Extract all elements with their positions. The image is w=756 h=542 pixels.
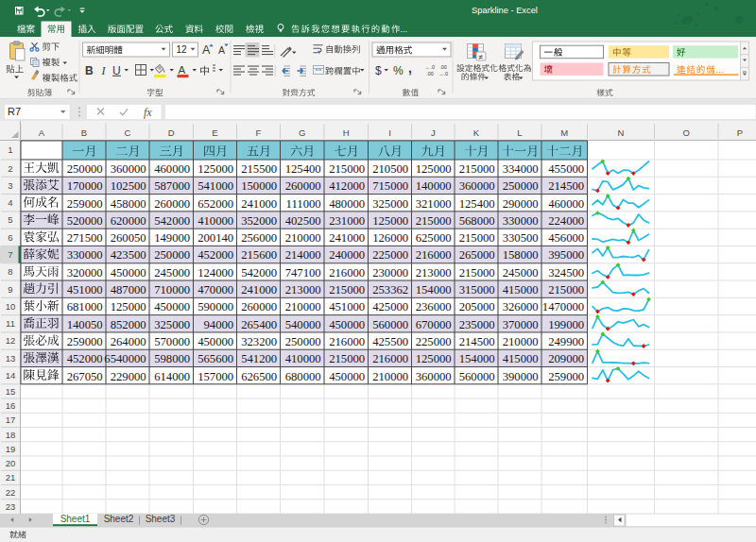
svg-text:260050: 260050 [111, 231, 146, 245]
svg-text:450000: 450000 [154, 300, 190, 313]
svg-text:370000: 370000 [503, 318, 539, 331]
svg-text:.00: .00 [439, 64, 447, 70]
svg-text:260000: 260000 [241, 300, 277, 313]
svg-text:R7: R7 [8, 106, 21, 117]
svg-text:215000: 215000 [329, 162, 365, 176]
svg-text:271500: 271500 [67, 231, 103, 245]
svg-text:154000: 154000 [416, 283, 452, 296]
svg-text:423500: 423500 [111, 248, 146, 262]
svg-text:...: ... [401, 25, 408, 34]
svg-text:325000: 325000 [372, 197, 408, 211]
svg-text:587000: 587000 [154, 179, 190, 193]
svg-text:19: 19 [6, 444, 16, 454]
svg-text:11: 11 [6, 318, 15, 329]
svg-text:215000: 215000 [548, 283, 584, 296]
svg-text:16: 16 [6, 400, 16, 411]
svg-text:245000: 245000 [154, 266, 190, 279]
svg-text:256000: 256000 [241, 231, 277, 245]
svg-text:199000: 199000 [548, 318, 584, 331]
svg-text:565600: 565600 [198, 352, 233, 365]
svg-text:124000: 124000 [198, 266, 233, 279]
svg-text:2: 2 [8, 163, 12, 174]
svg-text:410000: 410000 [285, 352, 321, 365]
svg-text:330500: 330500 [503, 231, 539, 245]
svg-text:241000: 241000 [241, 197, 277, 211]
svg-text:%: % [393, 64, 404, 77]
svg-text:10: 10 [6, 301, 16, 312]
svg-text:259000: 259000 [67, 335, 103, 348]
svg-text:320000: 320000 [67, 266, 103, 279]
svg-text:415000: 415000 [503, 352, 539, 365]
svg-text:265000: 265000 [459, 248, 495, 262]
svg-text:125400: 125400 [459, 197, 495, 211]
svg-text:157000: 157000 [198, 370, 233, 383]
svg-text:626500: 626500 [241, 370, 277, 383]
svg-text:267050: 267050 [67, 370, 103, 383]
svg-text:259000: 259000 [67, 197, 103, 211]
svg-text:620000: 620000 [111, 214, 146, 228]
svg-text:541000: 541000 [198, 179, 233, 193]
svg-text:470000: 470000 [198, 283, 233, 296]
svg-text:H: H [343, 127, 350, 138]
svg-text:710000: 710000 [154, 283, 190, 296]
svg-text:J: J [431, 127, 436, 138]
svg-text:241000: 241000 [329, 231, 365, 245]
svg-text:13: 13 [6, 353, 16, 364]
svg-text:425000: 425000 [372, 300, 408, 313]
svg-text:540000: 540000 [285, 318, 321, 331]
svg-text:3: 3 [8, 180, 12, 191]
svg-text:747100: 747100 [285, 266, 321, 279]
svg-text:450000: 450000 [329, 318, 365, 331]
svg-text:290000: 290000 [503, 197, 539, 211]
svg-text:216000: 216000 [329, 335, 365, 348]
svg-text:412000: 412000 [329, 179, 365, 193]
svg-text:542000: 542000 [154, 214, 190, 228]
svg-text:325000: 325000 [154, 318, 190, 331]
svg-text:652000: 652000 [198, 197, 233, 211]
svg-text:425500: 425500 [372, 335, 408, 348]
svg-text:451000: 451000 [329, 300, 365, 313]
svg-text:321000: 321000 [416, 197, 452, 211]
svg-text:125000: 125000 [198, 162, 233, 176]
svg-text:215500: 215500 [241, 162, 277, 176]
svg-text:590000: 590000 [198, 300, 233, 313]
svg-text:Sheet2: Sheet2 [104, 514, 134, 524]
svg-text:125000: 125000 [416, 162, 452, 176]
svg-text:12: 12 [177, 44, 188, 55]
svg-text:23: 23 [6, 501, 16, 512]
svg-text:215000: 215000 [329, 283, 365, 296]
svg-text:680000: 680000 [285, 370, 321, 383]
svg-text:fx: fx [144, 106, 152, 119]
svg-text:670000: 670000 [416, 318, 452, 331]
svg-text:N: N [618, 127, 625, 138]
svg-text:402500: 402500 [285, 214, 321, 228]
svg-text:323200: 323200 [241, 335, 277, 348]
svg-text:O: O [683, 127, 690, 138]
svg-text:154000: 154000 [459, 352, 495, 365]
svg-text:7: 7 [8, 249, 12, 260]
svg-text:456000: 456000 [548, 231, 584, 245]
svg-text:...: ... [716, 64, 724, 75]
svg-text:625000: 625000 [416, 231, 452, 245]
svg-text:450000: 450000 [329, 370, 365, 383]
svg-text:C: C [125, 127, 131, 138]
svg-text:21: 21 [6, 472, 16, 483]
svg-text:560000: 560000 [372, 318, 408, 331]
svg-text:125000: 125000 [372, 214, 408, 228]
svg-text:18: 18 [6, 430, 16, 440]
svg-text:6540000: 6540000 [104, 352, 146, 365]
svg-text:213000: 213000 [285, 283, 321, 296]
svg-text:210500: 210500 [372, 162, 408, 176]
svg-text:224000: 224000 [548, 214, 584, 228]
svg-text:852000: 852000 [111, 318, 146, 331]
svg-text:360000: 360000 [459, 179, 495, 193]
svg-text:250000: 250000 [503, 179, 539, 193]
svg-text:$: $ [375, 64, 382, 77]
svg-text:F: F [256, 127, 262, 138]
svg-text:214500: 214500 [548, 179, 584, 193]
svg-text:125400: 125400 [285, 162, 321, 176]
svg-text:250000: 250000 [285, 335, 321, 348]
svg-text:L: L [517, 127, 522, 138]
svg-text:4: 4 [8, 197, 12, 208]
svg-text:487000: 487000 [111, 283, 146, 296]
